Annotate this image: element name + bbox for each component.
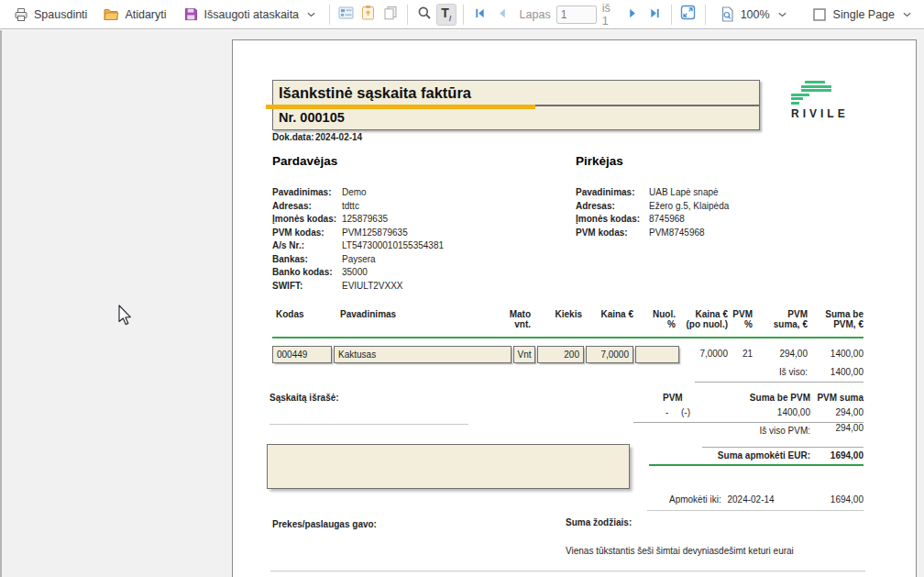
page-label: Lapas: [520, 8, 551, 21]
pay-by-label: Apmokėti iki:: [669, 494, 721, 505]
invoice-number: Nr. 000105: [273, 106, 759, 125]
pay-by-amount: 1694,00: [808, 494, 864, 505]
vat-row-sum: 294,00: [813, 407, 864, 417]
items-total-divider: [695, 382, 864, 383]
seller-heading: Pardavėjas: [272, 154, 337, 168]
doc-date-value: 2024-02-14: [315, 131, 362, 145]
document-map-icon: [338, 6, 354, 24]
seller-value: tdttc: [342, 200, 359, 214]
issued-by-line: [270, 424, 468, 425]
print-button[interactable]: Spausdinti: [6, 3, 94, 26]
fullscreen-button[interactable]: [678, 4, 698, 26]
zoom-control[interactable]: 100%: [712, 3, 794, 26]
item-name-field[interactable]: Kaktusas: [334, 346, 512, 363]
items-total-label: Iš viso:: [753, 367, 808, 377]
received-by-label: Prekes/paslaugas gavo:: [272, 519, 377, 529]
toolbar-separator: [407, 5, 408, 25]
open-button[interactable]: Atidaryti: [96, 3, 173, 26]
table-header-divider: [272, 337, 864, 338]
view-mode-control[interactable]: Single Page: [805, 3, 918, 26]
seller-label: Adresas:: [272, 200, 342, 214]
rivile-logo: RIVILE: [791, 81, 846, 120]
last-page-button[interactable]: [644, 4, 665, 26]
invoice-number-box: Nr. 000105: [272, 105, 760, 130]
page-number-input[interactable]: [556, 6, 597, 24]
buyer-heading: Pirkėjas: [576, 154, 623, 168]
chevron-down-icon: [778, 12, 786, 17]
vat-col-base: Suma be PVM: [728, 393, 810, 403]
seller-label: Įmonės kodas:: [272, 213, 342, 227]
vat-col-pvm: PVM: [663, 393, 683, 403]
seller-value: LT547300010155354381: [342, 239, 444, 253]
vat-row-name: (-): [681, 407, 690, 417]
item-price-field[interactable]: 7,0000: [586, 346, 633, 363]
seller-label: SWIFT:: [272, 280, 342, 294]
checkbox-icon: [812, 6, 828, 22]
previous-page-button[interactable]: [492, 4, 512, 26]
save-report-label: Išsaugoti ataskaita: [204, 8, 300, 21]
vat-row-code: -: [666, 407, 668, 417]
pay-by-date: 2024-02-14: [727, 494, 774, 505]
chevron-down-icon: [903, 12, 911, 17]
seller-value: EVIULT2VXXX: [342, 280, 403, 294]
total-due-divider: [649, 464, 864, 466]
buyer-value: Ežero g.5, Klaipėda: [649, 200, 729, 214]
buyer-label: Pavadinimas:: [576, 186, 649, 200]
seller-details: Pavadinimas:Demo Adresas:tdttc Įmonės ko…: [272, 186, 444, 293]
vat-total-value: 294,00: [813, 423, 864, 433]
rivile-logo-bars-icon: [791, 81, 846, 105]
item-unit-field[interactable]: Vnt: [513, 346, 535, 363]
seller-value: Paysera: [342, 253, 376, 267]
buyer-label: Įmonės kodas:: [576, 213, 649, 227]
clipboard-icon: [361, 5, 375, 24]
bottom-divider: [270, 571, 865, 571]
issued-by-label: Sąskaitą išrašė:: [270, 393, 339, 403]
col-header-pvm-suma: PVMsuma, €: [753, 309, 808, 329]
seller-label: PVM kodas:: [272, 227, 342, 240]
text-selection-button[interactable]: TI: [436, 4, 456, 26]
seller-value: PVM125879635: [342, 227, 408, 240]
item-sum-no-vat: 1400,00: [808, 349, 864, 359]
seller-value: 35000: [342, 266, 368, 280]
chevron-down-icon: [307, 12, 315, 17]
search-button[interactable]: [414, 4, 434, 26]
toolbar-separator: [671, 5, 672, 25]
col-header-kiekis: Kiekis: [527, 309, 582, 319]
item-code-field[interactable]: 000449: [272, 346, 332, 363]
item-qty-field[interactable]: 200: [537, 346, 584, 363]
buyer-details: Pavadinimas:UAB Lapė snapė Adresas:Ežero…: [576, 186, 729, 239]
vat-row-base: 1400,00: [728, 407, 810, 417]
col-header-suma-be-pvm: Suma bePVM, €: [808, 309, 864, 329]
total-due-label: Suma apmokėti EUR:: [673, 450, 810, 460]
buyer-value: 8745968: [649, 213, 685, 227]
parameters-button[interactable]: [358, 4, 379, 26]
text-selection-icon: TI: [441, 6, 451, 23]
amount-in-words: Vienas tūkstantis šeši šimtai devyniasde…: [566, 546, 794, 556]
buyer-label: PVM kodas:: [576, 227, 649, 240]
buyer-value: PVM8745968: [649, 227, 705, 240]
amount-in-words-label: Suma žodžiais:: [566, 517, 632, 527]
first-page-button[interactable]: [470, 4, 490, 26]
toolbar-separator: [329, 5, 330, 25]
next-page-icon: [628, 6, 638, 23]
copy-button[interactable]: [380, 4, 401, 26]
view-mode-label: Single Page: [833, 8, 895, 21]
vat-total-divider: [702, 447, 864, 448]
buyer-label: Adresas:: [576, 200, 649, 214]
col-header-nuol: Nuol.%: [630, 309, 676, 329]
doc-date-label: Dok.data:: [272, 131, 315, 145]
save-report-button[interactable]: Išsaugoti ataskaita: [176, 3, 324, 26]
seller-value: 125879635: [342, 213, 388, 227]
fullscreen-icon: [680, 5, 696, 24]
signature-field[interactable]: [267, 444, 630, 489]
pay-by-row: Apmokėti iki: 2024-02-14: [669, 494, 775, 505]
page-total-label: iš 1: [602, 2, 617, 28]
col-header-pavadinimas: Pavadinimas: [340, 309, 396, 319]
last-page-icon: [649, 6, 661, 23]
vat-total-label: Iš viso PVM:: [719, 426, 810, 436]
pay-by-divider: [647, 510, 864, 511]
col-header-pvm-pct: PVM%: [725, 309, 753, 329]
document-map-button[interactable]: [336, 4, 357, 26]
next-page-button[interactable]: [622, 4, 643, 26]
mouse-cursor: [117, 305, 134, 332]
